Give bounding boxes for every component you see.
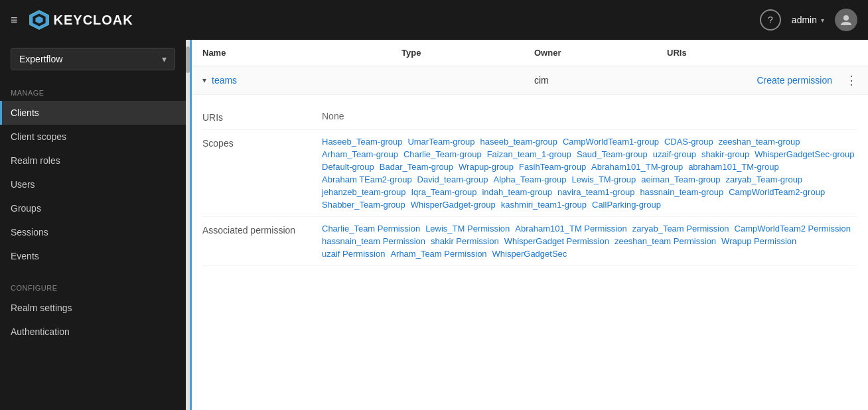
- scope-link[interactable]: kashmiri_team1-group: [501, 200, 587, 210]
- sidebar-item-authentication[interactable]: Authentication: [0, 320, 186, 344]
- permission-link[interactable]: Abraham101_TM Permission: [515, 224, 626, 234]
- permission-link[interactable]: Wrapup Permission: [721, 236, 796, 246]
- scope-link[interactable]: Haseeb_Team-group: [322, 137, 402, 147]
- col-header-owner: Owner: [534, 48, 667, 58]
- scope-link[interactable]: Saud_Team-group: [577, 149, 648, 159]
- user-menu[interactable]: admin ▾: [792, 15, 824, 25]
- sidebar-item-sessions-label: Sessions: [11, 227, 48, 238]
- scope-link[interactable]: indah_team-group: [482, 187, 552, 197]
- scope-link[interactable]: abraham101_TM-group: [688, 162, 779, 172]
- permission-link[interactable]: Charlie_Team Permission: [322, 224, 420, 234]
- scope-link[interactable]: Alpha_Team-group: [494, 174, 567, 184]
- sidebar-item-groups[interactable]: Groups: [0, 196, 186, 220]
- avatar[interactable]: [835, 9, 857, 31]
- scope-link[interactable]: Shabber_Team-group: [322, 200, 405, 210]
- permission-link[interactable]: Lewis_TM Permission: [425, 224, 510, 234]
- keycloak-logo-icon: [29, 9, 50, 31]
- scope-link[interactable]: jehanzeb_team-group: [322, 187, 405, 197]
- realm-selector-caret-icon: ▾: [162, 54, 167, 64]
- scope-link[interactable]: zaryab_Team-group: [725, 174, 802, 184]
- uris-label: URIs: [202, 111, 322, 123]
- realm-selector[interactable]: Expertflow ▾: [11, 48, 175, 70]
- hamburger-icon[interactable]: ≡: [11, 13, 18, 27]
- sidebar-item-realm-settings[interactable]: Realm settings: [0, 296, 186, 320]
- sidebar-item-realm-roles-label: Realm roles: [11, 155, 60, 166]
- scope-link[interactable]: Abraham101_TM-group: [591, 162, 683, 172]
- permission-link[interactable]: shakir Permission: [431, 236, 499, 246]
- scope-link[interactable]: David_team-group: [417, 174, 488, 184]
- scope-link[interactable]: Badar_Team-group: [380, 162, 453, 172]
- sidebar-item-users[interactable]: Users: [0, 172, 186, 196]
- user-caret-icon: ▾: [821, 17, 824, 24]
- scope-link[interactable]: CallParking-group: [592, 200, 661, 210]
- scope-link[interactable]: hassnain_team-group: [640, 187, 723, 197]
- create-permission-link[interactable]: Create permission: [757, 75, 832, 86]
- user-label: admin: [792, 15, 817, 25]
- scope-link[interactable]: haseeb_team-group: [480, 137, 557, 147]
- resource-row: ▾ teams cim Create permission ⋮: [192, 66, 868, 95]
- resource-actions-cell: Create permission ⋮: [667, 73, 857, 88]
- navbar: ≡ KEYCLOAK ? admin ▾: [0, 0, 868, 40]
- content-area: Name Type Owner URIs ▾ teams cim Create …: [186, 40, 868, 410]
- scope-link[interactable]: FasihTeam-group: [519, 162, 586, 172]
- sidebar-item-clients[interactable]: Clients: [0, 101, 186, 125]
- resource-link[interactable]: teams: [212, 75, 237, 86]
- sidebar-item-users-label: Users: [11, 179, 35, 190]
- help-icon: ?: [768, 15, 773, 25]
- permission-link[interactable]: Arham_Team Permission: [390, 249, 486, 259]
- scope-link[interactable]: Abraham TEam2-group: [322, 174, 412, 184]
- scope-link[interactable]: Iqra_Team-group: [411, 187, 476, 197]
- permissions-value: Charlie_Team Permission Lewis_TM Permiss…: [322, 224, 857, 259]
- sidebar-item-realm-roles[interactable]: Realm roles: [0, 149, 186, 172]
- scope-link[interactable]: CampWorldTeam2-group: [729, 187, 825, 197]
- manage-section-label: Manage: [0, 78, 186, 101]
- permission-link[interactable]: uzaif Permission: [322, 249, 385, 259]
- permission-link[interactable]: WhisperGadgetSec: [492, 249, 567, 259]
- permissions-label: Associated permission: [202, 224, 322, 259]
- sidebar-item-client-scopes[interactable]: Client scopes: [0, 125, 186, 149]
- permission-link[interactable]: CampWorldTeam2 Permission: [735, 224, 851, 234]
- permission-link[interactable]: WhisperGadget Permission: [504, 236, 609, 246]
- scope-link[interactable]: CDAS-group: [664, 137, 713, 147]
- permissions-detail-row: Associated permission Charlie_Team Permi…: [202, 217, 857, 266]
- scope-link[interactable]: WhisperGadget-group: [411, 200, 496, 210]
- col-header-name: Name: [202, 48, 401, 58]
- scopes-value: Haseeb_Team-group UmarTeam-group haseeb_…: [322, 137, 857, 210]
- uris-value: None: [322, 111, 857, 123]
- scopes-label: Scopes: [202, 137, 322, 210]
- scope-link[interactable]: WhisperGadgetSec-group: [755, 149, 854, 159]
- svg-point-3: [843, 15, 849, 21]
- detail-section: URIs None Scopes Haseeb_Team-group UmarT…: [192, 95, 868, 275]
- scope-link[interactable]: Faizan_team_1-group: [487, 149, 571, 159]
- permission-link[interactable]: zeeshan_team Permission: [615, 236, 716, 246]
- sidebar-item-realm-settings-label: Realm settings: [11, 303, 72, 313]
- sidebar-item-sessions[interactable]: Sessions: [0, 220, 186, 244]
- chevron-down-icon[interactable]: ▾: [202, 76, 206, 85]
- sidebar: Expertflow ▾ Manage Clients Client scope…: [0, 40, 186, 410]
- scope-link[interactable]: Arham_Team-group: [322, 149, 398, 159]
- help-button[interactable]: ?: [760, 9, 781, 31]
- scope-link[interactable]: navira_team1-group: [557, 187, 634, 197]
- scope-link[interactable]: Wrapup-group: [459, 162, 514, 172]
- scopes-container: Haseeb_Team-group UmarTeam-group haseeb_…: [322, 137, 857, 210]
- scope-link[interactable]: zeeshan_team-group: [719, 137, 800, 147]
- scope-link[interactable]: Lewis_TM-group: [571, 174, 636, 184]
- scope-link[interactable]: uzaif-group: [653, 149, 696, 159]
- sidebar-item-clients-label: Clients: [11, 107, 39, 118]
- scope-link[interactable]: UmarTeam-group: [407, 137, 474, 147]
- logo-text: KEYCLOAK: [54, 13, 133, 28]
- permission-link[interactable]: zaryab_Team Permission: [632, 224, 729, 234]
- permission-link[interactable]: hassnain_team Permission: [322, 236, 425, 246]
- sidebar-item-events[interactable]: Events: [0, 244, 186, 268]
- scope-link[interactable]: Default-group: [322, 162, 374, 172]
- scope-link[interactable]: CampWorldTeam1-group: [563, 137, 659, 147]
- sidebar-item-client-scopes-label: Client scopes: [11, 131, 66, 142]
- main-layout: Expertflow ▾ Manage Clients Client scope…: [0, 40, 868, 410]
- more-options-icon[interactable]: ⋮: [845, 73, 857, 88]
- scope-link[interactable]: shakir-group: [701, 149, 749, 159]
- scope-link[interactable]: aeiman_Team-group: [641, 174, 720, 184]
- sidebar-item-events-label: Events: [11, 251, 39, 261]
- avatar-icon: [839, 13, 853, 27]
- scope-link[interactable]: Charlie_Team-group: [403, 149, 482, 159]
- sidebar-item-authentication-label: Authentication: [11, 326, 70, 337]
